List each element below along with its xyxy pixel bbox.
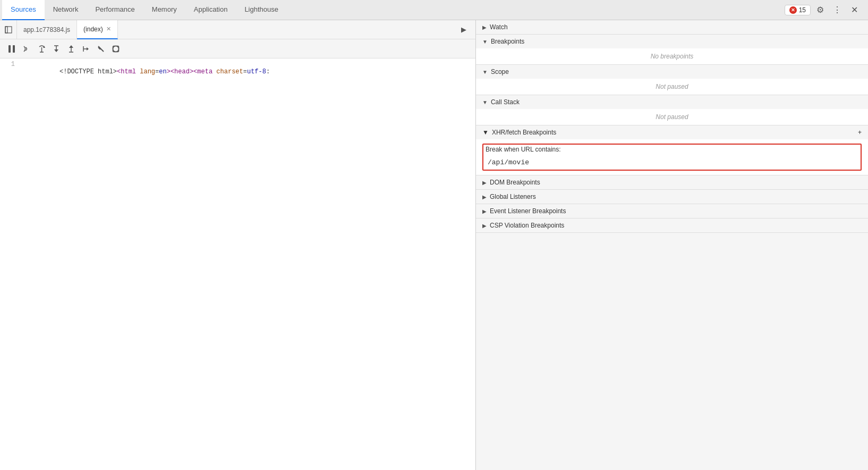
event-listener-breakpoints-section: ▶ Event Listener Breakpoints <box>476 204 868 219</box>
xhr-add-button[interactable]: + <box>858 129 862 136</box>
pause-button[interactable] <box>4 41 19 56</box>
file-tab-close-icon[interactable]: ✕ <box>106 26 111 32</box>
dom-breakpoints-header[interactable]: ▶ DOM Breakpoints <box>476 175 868 189</box>
settings-icon[interactable]: ⚙ <box>813 3 828 18</box>
event-listener-expand-icon: ▶ <box>482 208 487 214</box>
tab-application[interactable]: Application <box>185 0 236 20</box>
step-into-button[interactable] <box>49 41 64 56</box>
dom-breakpoints-section: ▶ DOM Breakpoints <box>476 175 868 190</box>
breakpoints-section: ▼ Breakpoints No breakpoints <box>476 35 868 65</box>
top-tab-bar: Sources Network Performance Memory Appli… <box>0 0 868 20</box>
csp-violation-breakpoints-header[interactable]: ▶ CSP Violation Breakpoints <box>476 219 868 232</box>
tab-sources[interactable]: Sources <box>2 0 45 20</box>
tab-network[interactable]: Network <box>45 0 87 20</box>
xhr-breakpoints-section: ▼ XHR/fetch Breakpoints + Break when URL… <box>476 125 868 175</box>
csp-violation-breakpoints-section: ▶ CSP Violation Breakpoints <box>476 219 868 233</box>
scope-section: ▼ Scope Not paused <box>476 65 868 95</box>
global-listeners-section: ▶ Global Listeners <box>476 190 868 204</box>
close-icon[interactable]: ✕ <box>847 3 862 18</box>
code-line-1: 1 <!DOCTYPE html><html lang=en><head><me… <box>0 61 475 83</box>
error-dot-icon: ✕ <box>789 6 797 14</box>
url-input-label: Break when URL contains: <box>486 146 858 153</box>
url-input-wrapper: Break when URL contains: <box>482 144 862 171</box>
pause-on-exceptions-button[interactable] <box>108 41 123 56</box>
top-actions: ✕ 15 ⚙ ⋮ ✕ <box>785 3 862 18</box>
svg-rect-0 <box>5 27 7 33</box>
event-listener-breakpoints-header[interactable]: ▶ Event Listener Breakpoints <box>476 204 868 218</box>
tab-lighthouse[interactable]: Lighthouse <box>236 0 287 20</box>
svg-line-16 <box>98 46 104 52</box>
file-tab-index[interactable]: (index) ✕ <box>77 20 118 39</box>
watch-section-header[interactable]: ▶ Watch <box>476 20 868 34</box>
svg-point-18 <box>113 46 119 52</box>
breakpoints-expand-icon: ▼ <box>482 39 488 45</box>
global-listeners-header[interactable]: ▶ Global Listeners <box>476 190 868 204</box>
xhr-section-header[interactable]: ▼ XHR/fetch Breakpoints + <box>476 125 868 139</box>
left-panel: app.1c778384.js (index) ✕ ▶ <box>0 20 476 470</box>
breakpoints-section-header[interactable]: ▼ Breakpoints <box>476 35 868 48</box>
dom-expand-icon: ▶ <box>482 180 487 186</box>
code-editor[interactable]: 1 <!DOCTYPE html><html lang=en><head><me… <box>0 58 475 470</box>
tab-performance[interactable]: Performance <box>87 0 143 20</box>
svg-marker-11 <box>69 45 73 48</box>
xhr-body: Break when URL contains: <box>476 139 868 175</box>
open-file-icon[interactable]: ▶ <box>456 22 471 37</box>
main-layout: app.1c778384.js (index) ✕ ▶ <box>0 20 868 470</box>
svg-rect-2 <box>8 45 11 53</box>
sidebar-toggle-button[interactable] <box>0 20 17 39</box>
svg-marker-8 <box>54 49 58 52</box>
scope-expand-icon: ▼ <box>482 69 488 75</box>
step-over-button[interactable] <box>34 41 49 56</box>
svg-rect-1 <box>5 27 12 33</box>
right-panel: ▶ Watch ▼ Breakpoints No breakpoints ▼ S… <box>476 20 868 470</box>
more-options-icon[interactable]: ⋮ <box>830 3 845 18</box>
file-tab-right-actions: ▶ <box>456 22 475 37</box>
breakpoints-empty: No breakpoints <box>476 48 868 64</box>
call-stack-section-header[interactable]: ▼ Call Stack <box>476 95 868 109</box>
call-stack-expand-icon: ▼ <box>482 99 488 105</box>
watch-section: ▶ Watch <box>476 20 868 35</box>
csp-violation-expand-icon: ▶ <box>482 223 487 229</box>
global-listeners-expand-icon: ▶ <box>482 194 487 200</box>
call-stack-empty: Not paused <box>476 109 868 125</box>
svg-marker-15 <box>87 47 89 51</box>
step-out-button[interactable] <box>64 41 79 56</box>
call-stack-section: ▼ Call Stack Not paused <box>476 95 868 125</box>
file-tab-app-js[interactable]: app.1c778384.js <box>17 20 77 39</box>
svg-rect-3 <box>13 45 15 53</box>
xhr-expand-icon: ▼ <box>482 129 489 136</box>
error-badge[interactable]: ✕ 15 <box>785 5 811 15</box>
url-input[interactable] <box>486 156 858 169</box>
debugger-toolbar <box>0 39 475 58</box>
scope-section-header[interactable]: ▼ Scope <box>476 65 868 79</box>
deactivate-breakpoints-button[interactable] <box>93 41 108 56</box>
resume-button[interactable] <box>19 41 34 56</box>
file-tabs-bar: app.1c778384.js (index) ✕ ▶ <box>0 20 475 39</box>
watch-expand-icon: ▶ <box>482 24 487 30</box>
scope-empty: Not paused <box>476 79 868 95</box>
tab-memory[interactable]: Memory <box>143 0 185 20</box>
step-button[interactable] <box>79 41 93 56</box>
